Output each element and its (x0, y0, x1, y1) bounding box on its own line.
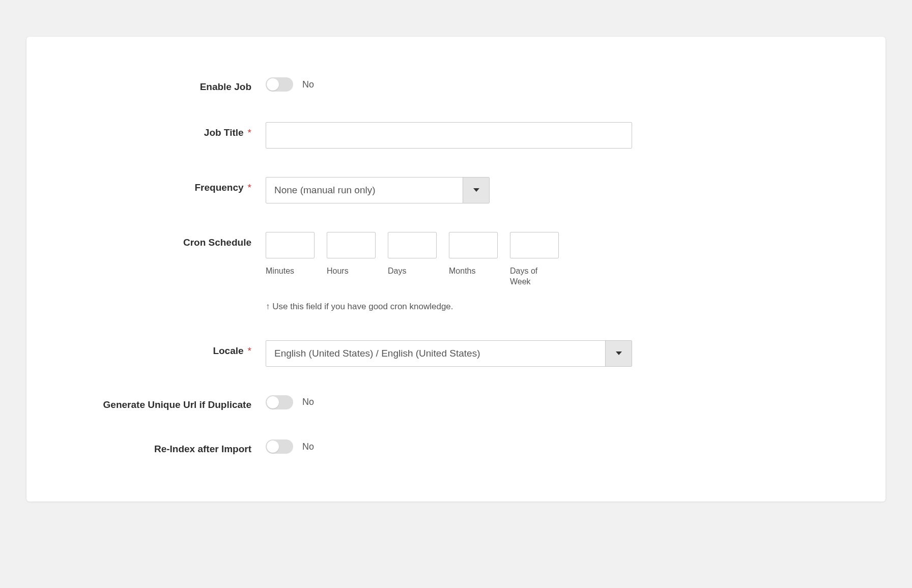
row-reindex: Re-Index after Import No (72, 439, 840, 456)
label-frequency: Frequency* (72, 177, 266, 194)
cron-sublabel-dow: Days of Week (510, 266, 559, 287)
row-frequency: Frequency* None (manual run only) (72, 177, 840, 203)
toggle-reindex[interactable] (266, 439, 293, 454)
label-locale: Locale* (72, 340, 266, 358)
cron-minutes-input[interactable] (266, 232, 315, 258)
cron-sublabel-months: Months (449, 266, 498, 277)
frequency-select-value: None (manual run only) (266, 178, 463, 203)
row-cron-schedule: Cron Schedule Minutes Hours Days (72, 232, 840, 312)
row-enable-job: Enable Job No (72, 77, 840, 94)
toggle-knob-icon (267, 396, 279, 408)
locale-select-value: English (United States) / English (Unite… (266, 341, 605, 366)
row-unique-url: Generate Unique Url if Duplicate No (72, 395, 840, 411)
toggle-enable-job[interactable] (266, 77, 293, 92)
required-mark-icon: * (248, 182, 251, 193)
settings-card: Enable Job No Job Title* Freque (26, 37, 886, 502)
chevron-down-icon (605, 341, 632, 366)
cron-hours-input[interactable] (327, 232, 376, 258)
cron-group: Minutes Hours Days Months (266, 232, 559, 287)
required-mark-icon: * (248, 345, 251, 356)
toggle-unique-url[interactable] (266, 395, 293, 409)
toggle-unique-url-state: No (302, 397, 314, 407)
label-enable-job: Enable Job (72, 77, 266, 94)
toggle-reindex-state: No (302, 442, 314, 452)
label-reindex: Re-Index after Import (72, 439, 266, 456)
toggle-knob-icon (267, 78, 279, 91)
label-cron-schedule: Cron Schedule (72, 232, 266, 249)
cron-days-input[interactable] (388, 232, 437, 258)
row-job-title: Job Title* (72, 122, 840, 149)
chevron-down-icon (463, 178, 489, 203)
cron-sublabel-hours: Hours (327, 266, 376, 277)
cron-dow-input[interactable] (510, 232, 559, 258)
cron-note: ↑ Use this field if you have good cron k… (266, 302, 453, 312)
frequency-select[interactable]: None (manual run only) (266, 177, 490, 203)
toggle-knob-icon (267, 440, 279, 453)
required-mark-icon: * (248, 127, 251, 138)
label-unique-url: Generate Unique Url if Duplicate (72, 395, 266, 411)
row-locale: Locale* English (United States) / Englis… (72, 340, 840, 367)
job-title-input[interactable] (266, 122, 632, 149)
locale-select[interactable]: English (United States) / English (Unite… (266, 340, 632, 367)
cron-months-input[interactable] (449, 232, 498, 258)
toggle-enable-job-state: No (302, 79, 314, 90)
cron-sublabel-minutes: Minutes (266, 266, 315, 277)
label-job-title: Job Title* (72, 122, 266, 139)
cron-sublabel-days: Days (388, 266, 437, 277)
